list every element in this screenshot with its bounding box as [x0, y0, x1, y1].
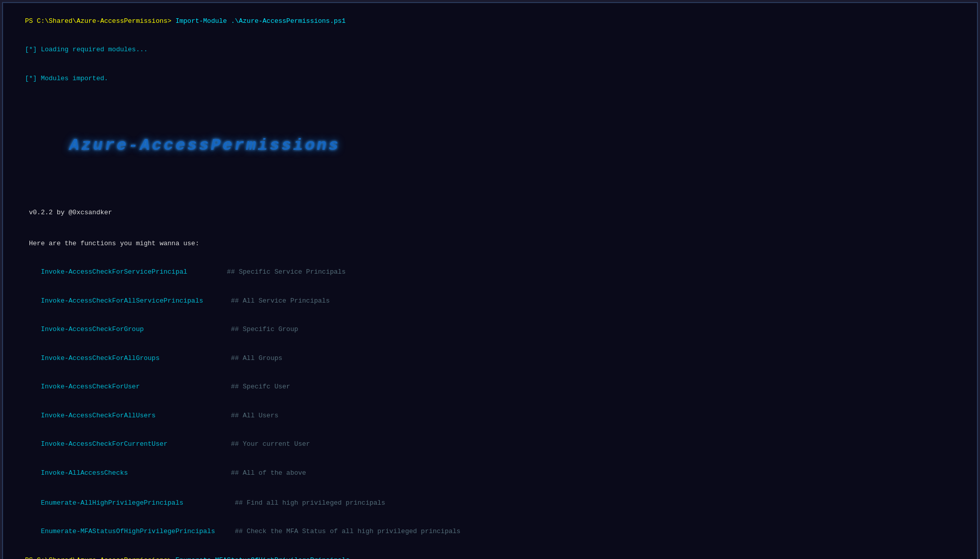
func3-comment: ## Specific Group [231, 325, 298, 333]
line-func8: Invoke-AllAccessChecks ## All of the abo… [9, 459, 971, 488]
func8-comment: ## All of the above [231, 469, 306, 477]
prompt-1: PS C:\Shared\Azure-AccessPermissions> [25, 17, 172, 25]
line-func6: Invoke-AccessCheckForAllUsers ## All Use… [9, 402, 971, 431]
func2-name: Invoke-AccessCheckForAllServicePrincipal… [25, 297, 231, 305]
func1-name: Invoke-AccessCheckForServicePrincipal [25, 268, 227, 276]
line-enum1: Enumerate-AllHighPrivilegePrincipals ## … [9, 489, 971, 518]
line-func5: Invoke-AccessCheckForUser ## Specifc Use… [9, 373, 971, 402]
func1-comment: ## Specific Service Principals [227, 268, 346, 276]
line-modules: [*] Modules imported. [9, 64, 971, 93]
func7-comment: ## Your current User [231, 440, 310, 448]
line-func4: Invoke-AccessCheckForAllGroups ## All Gr… [9, 344, 971, 373]
func4-comment: ## All Groups [231, 354, 282, 362]
ascii-art-line-1: Azure-AccessPermissions [9, 116, 971, 174]
func6-comment: ## All Users [231, 412, 279, 419]
line-enum2: Enumerate-MFAStatusOfHighPrivilegePrinci… [9, 517, 971, 546]
func8-name: Invoke-AllAccessChecks [25, 469, 231, 477]
version-text: v0.2.2 by @0xcsandker [25, 209, 112, 216]
func3-name: Invoke-AccessCheckForGroup [25, 325, 231, 333]
line-functions-header: Here are the functions you might wanna u… [9, 229, 971, 258]
line-version: v0.2.2 by @0xcsandker [9, 199, 971, 227]
enum1-comment: ## Find all high privileged principals [235, 499, 385, 507]
prompt-2: PS C:\Shared\Azure-AccessPermissions> [25, 556, 172, 559]
enum2-comment: ## Check the MFA Status of all high priv… [235, 528, 461, 535]
loading-text: [*] Loading required modules... [25, 46, 148, 53]
line-prompt-import: PS C:\Shared\Azure-AccessPermissions> Im… [9, 7, 971, 36]
functions-header-text: Here are the functions you might wanna u… [25, 240, 199, 247]
enum2-name: Enumerate-MFAStatusOfHighPrivilegePrinci… [25, 528, 234, 535]
func6-name: Invoke-AccessCheckForAllUsers [25, 412, 231, 419]
modules-text: [*] Modules imported. [25, 75, 108, 82]
func2-comment: ## All Service Principals [231, 297, 330, 305]
import-cmd: Import-Module .\Azure-AccessPermissions.… [172, 17, 346, 25]
func5-comment: ## Specifc User [231, 383, 290, 390]
line-func2: Invoke-AccessCheckForAllServicePrincipal… [9, 287, 971, 316]
enum-cmd: Enumerate-MFAStatusOfHighPrivilegePrinci… [172, 556, 350, 559]
line-loading: [*] Loading required modules... [9, 36, 971, 65]
line-func7: Invoke-AccessCheckForCurrentUser ## Your… [9, 431, 971, 459]
func4-name: Invoke-AccessCheckForAllGroups [25, 354, 231, 362]
func5-name: Invoke-AccessCheckForUser [25, 383, 231, 390]
terminal-window: PS C:\Shared\Azure-AccessPermissions> Im… [2, 2, 978, 559]
line-func1: Invoke-AccessCheckForServicePrincipal ##… [9, 258, 971, 287]
func7-name: Invoke-AccessCheckForCurrentUser [25, 440, 231, 448]
enum1-name: Enumerate-AllHighPrivilegePrincipals [25, 499, 234, 507]
line-func3: Invoke-AccessCheckForGroup ## Specific G… [9, 315, 971, 344]
ascii-art-container: Azure-AccessPermissions [9, 97, 971, 194]
line-prompt2: PS C:\Shared\Azure-AccessPermissions> En… [9, 546, 971, 559]
